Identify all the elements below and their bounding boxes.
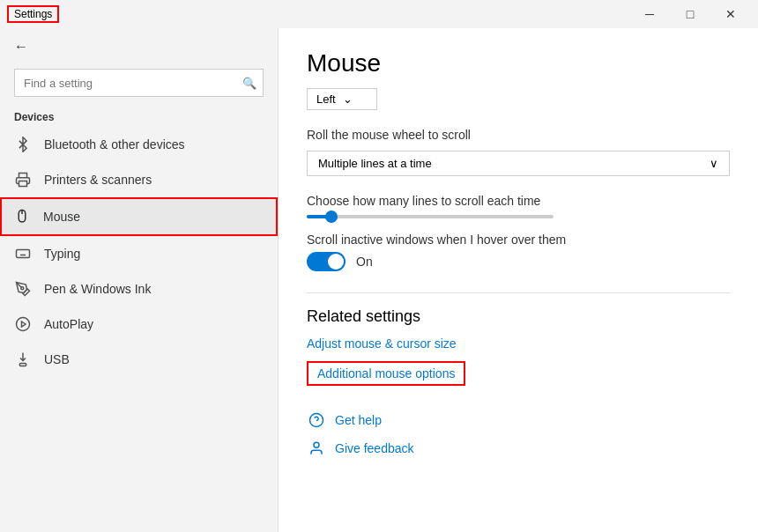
- search-input[interactable]: [14, 69, 264, 97]
- get-help-link[interactable]: Get help: [335, 413, 382, 427]
- back-arrow-icon: ←: [14, 39, 28, 55]
- scroll-dropdown[interactable]: Multiple lines at a time ∨: [307, 151, 730, 176]
- sidebar-label-printers: Printers & scanners: [44, 173, 152, 187]
- sidebar-item-bluetooth[interactable]: Bluetooth & other devices: [0, 127, 278, 162]
- get-help-icon: [307, 410, 326, 430]
- give-feedback-row: Give feedback: [307, 439, 730, 458]
- primary-button-value: Left: [316, 92, 336, 106]
- additional-mouse-options-link[interactable]: Additional mouse options: [307, 361, 465, 386]
- svg-rect-3: [17, 250, 30, 258]
- content-area: Mouse Left ⌄ Roll the mouse wheel to scr…: [279, 28, 758, 532]
- sidebar-label-bluetooth: Bluetooth & other devices: [44, 137, 185, 151]
- toggle-on-label: On: [356, 255, 373, 269]
- scroll-dropdown-arrow: ∨: [710, 157, 718, 170]
- sidebar-item-usb[interactable]: USB: [0, 342, 278, 377]
- get-help-row: Get help: [307, 410, 730, 430]
- bluetooth-icon: [14, 136, 32, 153]
- give-feedback-link[interactable]: Give feedback: [335, 441, 414, 455]
- sidebar-section-label: Devices: [0, 104, 278, 127]
- usb-icon: [14, 351, 32, 368]
- close-button[interactable]: ✕: [710, 0, 751, 28]
- sidebar-item-autoplay[interactable]: AutoPlay: [0, 307, 278, 342]
- feedback-icon: [307, 439, 326, 458]
- divider: [307, 292, 730, 293]
- autoplay-icon: [14, 315, 32, 333]
- scroll-dropdown-value: Multiple lines at a time: [318, 157, 432, 170]
- sidebar-label-pen: Pen & Windows Ink: [44, 282, 151, 296]
- related-settings-title: Related settings: [307, 307, 730, 326]
- sidebar-item-mouse[interactable]: Mouse: [0, 197, 278, 236]
- minimize-button[interactable]: ─: [629, 0, 670, 28]
- maximize-button[interactable]: □: [670, 0, 710, 28]
- slider-thumb[interactable]: [325, 211, 338, 223]
- svg-marker-11: [22, 321, 26, 327]
- sidebar-label-typing: Typing: [44, 247, 80, 261]
- mouse-icon: [13, 208, 31, 225]
- sidebar-label-mouse: Mouse: [43, 210, 80, 224]
- svg-point-14: [314, 442, 319, 447]
- lines-section-label: Choose how many lines to scroll each tim…: [307, 194, 730, 208]
- search-container: 🔍: [14, 69, 264, 97]
- sidebar-item-printers[interactable]: Printers & scanners: [0, 162, 278, 197]
- toggle-row: On: [307, 252, 730, 271]
- sidebar-item-pen[interactable]: Pen & Windows Ink: [0, 271, 278, 307]
- sidebar-label-usb: USB: [44, 352, 70, 366]
- svg-point-10: [17, 318, 30, 331]
- toggle-knob: [328, 254, 344, 270]
- keyboard-icon: [14, 245, 32, 262]
- adjust-mouse-link[interactable]: Adjust mouse & cursor size: [307, 336, 730, 351]
- sidebar-label-autoplay: AutoPlay: [44, 317, 93, 331]
- svg-point-9: [21, 287, 24, 290]
- inactive-scroll-label: Scroll inactive windows when I hover ove…: [307, 233, 730, 247]
- search-icon: 🔍: [242, 77, 256, 90]
- page-title: Mouse: [307, 49, 730, 78]
- back-button[interactable]: ←: [0, 28, 278, 65]
- main-layout: ← 🔍 Devices Bluetooth & other devices Pr: [0, 28, 758, 532]
- printer-icon: [14, 171, 32, 188]
- primary-button-dropdown[interactable]: Left ⌄: [307, 88, 377, 110]
- scroll-toggle[interactable]: [307, 252, 346, 271]
- title-bar-left: Settings: [0, 5, 59, 23]
- title-bar-controls: ─ □ ✕: [629, 0, 751, 28]
- svg-rect-0: [19, 181, 27, 187]
- scroll-section-label: Roll the mouse wheel to scroll: [307, 128, 730, 142]
- sidebar-item-typing[interactable]: Typing: [0, 236, 278, 271]
- title-bar: Settings ─ □ ✕: [0, 0, 758, 28]
- pen-icon: [14, 280, 32, 298]
- window-title: Settings: [7, 5, 59, 23]
- chevron-down-icon: ⌄: [343, 92, 353, 106]
- sidebar: ← 🔍 Devices Bluetooth & other devices Pr: [0, 28, 279, 532]
- slider-section: Choose how many lines to scroll each tim…: [307, 194, 730, 218]
- primary-button-row: Left ⌄: [307, 88, 730, 110]
- slider-track[interactable]: [307, 215, 554, 218]
